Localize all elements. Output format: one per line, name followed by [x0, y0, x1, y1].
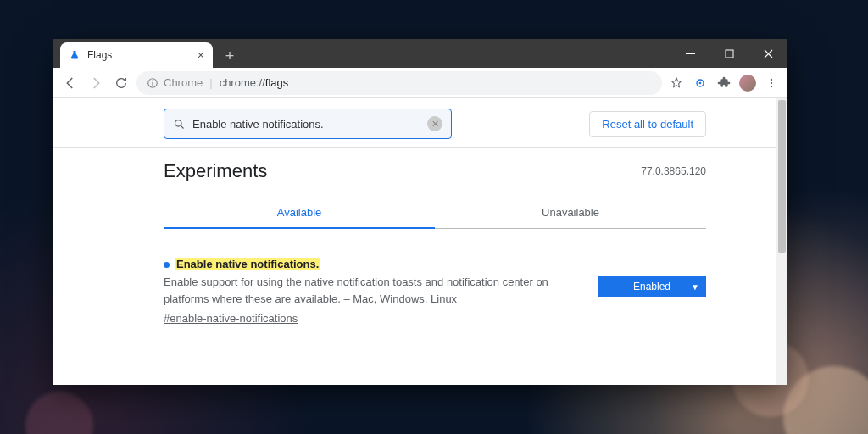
- url-text: chrome://flags: [220, 76, 289, 89]
- address-bar[interactable]: Chrome | chrome://flags: [136, 71, 662, 95]
- chevron-down-icon: ▼: [691, 282, 699, 292]
- flag-anchor-link[interactable]: #enable-native-notifications: [164, 312, 298, 325]
- separator: |: [209, 76, 212, 89]
- browser-window: Flags × + Chrome: [53, 39, 787, 385]
- flag-state-label: Enabled: [633, 281, 670, 292]
- forward-button[interactable]: [86, 73, 106, 93]
- page-title: Experiments: [164, 160, 267, 182]
- minimize-button[interactable]: [670, 39, 709, 68]
- site-info-icon[interactable]: Chrome: [147, 76, 203, 89]
- flask-icon: [69, 49, 81, 61]
- tab-unavailable[interactable]: Unavailable: [435, 198, 706, 229]
- clear-search-icon[interactable]: ✕: [427, 116, 442, 131]
- extension-sync-icon[interactable]: [691, 74, 709, 92]
- close-tab-icon[interactable]: ×: [198, 48, 204, 62]
- close-window-button[interactable]: [748, 39, 787, 68]
- svg-point-8: [771, 81, 772, 83]
- svg-rect-0: [686, 53, 695, 54]
- search-box[interactable]: ✕: [164, 108, 452, 139]
- svg-rect-3: [152, 81, 153, 85]
- version-label: 77.0.3865.120: [641, 165, 706, 177]
- flag-title-row: Enable native notifications.: [164, 258, 584, 270]
- svg-point-6: [699, 81, 702, 84]
- vertical-scrollbar[interactable]: [776, 98, 787, 385]
- svg-rect-1: [726, 50, 733, 58]
- svg-point-9: [771, 85, 772, 86]
- new-tab-button[interactable]: +: [218, 44, 242, 68]
- reset-all-button[interactable]: Reset all to default: [589, 111, 706, 137]
- browser-tab[interactable]: Flags ×: [60, 42, 213, 68]
- toolbar: Chrome | chrome://flags: [53, 68, 787, 98]
- modified-dot-icon: [164, 262, 170, 268]
- svg-point-7: [771, 78, 772, 80]
- omnibox-prefix: Chrome: [164, 76, 203, 89]
- flag-state-dropdown[interactable]: Enabled ▼: [598, 276, 706, 297]
- flag-title: Enable native notifications.: [175, 258, 320, 270]
- menu-icon[interactable]: [762, 74, 781, 92]
- flag-description: Enable support for using the native noti…: [164, 274, 584, 307]
- flag-item: Enable native notifications. Enable supp…: [164, 258, 706, 325]
- scrollbar-thumb[interactable]: [778, 100, 786, 253]
- titlebar: Flags × +: [53, 39, 787, 68]
- tab-title: Flags: [87, 49, 112, 61]
- profile-avatar[interactable]: [738, 74, 757, 92]
- search-icon: [173, 118, 186, 131]
- svg-rect-4: [152, 80, 153, 81]
- tab-available[interactable]: Available: [164, 198, 435, 229]
- bookmark-star-icon[interactable]: [667, 74, 686, 92]
- svg-line-11: [181, 125, 183, 128]
- maximize-button[interactable]: [709, 39, 748, 68]
- svg-point-10: [175, 120, 182, 126]
- search-input[interactable]: [192, 118, 420, 131]
- back-button[interactable]: [60, 73, 81, 93]
- reload-button[interactable]: [111, 73, 131, 93]
- flag-tabs: Available Unavailable: [164, 198, 706, 229]
- window-controls: [670, 39, 787, 68]
- extensions-icon[interactable]: [715, 74, 733, 92]
- page-content: ✕ Reset all to default Experiments 77.0.…: [53, 98, 787, 385]
